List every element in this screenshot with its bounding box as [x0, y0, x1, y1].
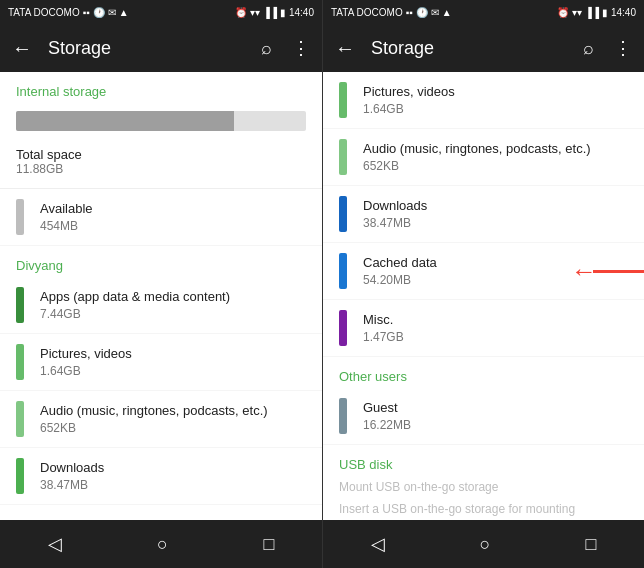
status-right-left: ⏰ ▾▾ ▐▐ ▮ 14:40	[235, 7, 314, 18]
more-icon-right[interactable]: ⋮	[606, 29, 640, 67]
home-nav-left[interactable]: ○	[133, 526, 192, 563]
cached-item[interactable]: Cached data 54.20MB ←	[323, 243, 644, 300]
audio-color-left	[16, 401, 24, 437]
pictures-size-left: 1.64GB	[40, 364, 306, 378]
misc-info: Misc. 1.47GB	[363, 312, 628, 345]
alert-icon-r: ▲	[442, 7, 452, 18]
red-arrow-line	[593, 270, 644, 273]
more-icon-left[interactable]: ⋮	[284, 29, 318, 67]
downloads-info-left: Downloads 38.47MB	[40, 460, 306, 493]
available-info: Available 454MB	[40, 201, 306, 234]
available-size: 454MB	[40, 219, 306, 233]
back-nav-right[interactable]: ◁	[347, 525, 409, 563]
pictures-info-left: Pictures, videos 1.64GB	[40, 346, 306, 379]
alarm-icon-r: ⏰	[557, 7, 569, 18]
apps-color	[16, 287, 24, 323]
back-button-left[interactable]: ←	[4, 29, 40, 68]
available-item[interactable]: Available 454MB	[0, 189, 322, 246]
search-icon-right[interactable]: ⌕	[575, 30, 602, 67]
apps-size: 7.44GB	[40, 307, 306, 321]
alarm-icon: ⏰	[235, 7, 247, 18]
misc-size: 1.47GB	[363, 330, 628, 344]
guest-size: 16.22MB	[363, 418, 628, 432]
battery-icon-r: ▮	[602, 7, 608, 18]
guest-item[interactable]: Guest 16.22MB	[323, 388, 644, 445]
apps-info: Apps (app data & media content) 7.44GB	[40, 289, 306, 322]
total-space-label: Total space	[16, 147, 306, 162]
downloads-item-right[interactable]: Downloads 38.47MB	[323, 186, 644, 243]
status-bar-left: TATA DOCOMO ▪▪ 🕐 ✉ ▲ ⏰ ▾▾ ▐▐ ▮ 14:40	[0, 0, 322, 24]
toolbar-right: ← Storage ⌕ ⋮	[323, 24, 644, 72]
misc-color	[339, 310, 347, 346]
signal-icon-r: ▐▐	[585, 7, 599, 18]
pictures-color-left	[16, 344, 24, 380]
downloads-size-right: 38.47MB	[363, 216, 628, 230]
downloads-label-left: Downloads	[40, 460, 306, 477]
status-bar-right: TATA DOCOMO ▪▪ 🕐 ✉ ▲ ⏰ ▾▾ ▐▐ ▮ 14:40	[323, 0, 644, 24]
usb-mount-text-1: Mount USB on-the-go storage	[323, 476, 644, 498]
downloads-label-right: Downloads	[363, 198, 628, 215]
misc-item[interactable]: Misc. 1.47GB	[323, 300, 644, 357]
bottom-nav-right: ◁ ○ □	[323, 520, 644, 568]
content-right: Pictures, videos 1.64GB Audio (music, ri…	[323, 72, 644, 520]
pictures-size-right: 1.64GB	[363, 102, 628, 116]
toolbar-icons-left: ⌕ ⋮	[253, 29, 318, 67]
msg-icon: ✉	[108, 7, 116, 18]
apps-item[interactable]: Apps (app data & media content) 7.44GB	[0, 277, 322, 334]
back-nav-left[interactable]: ◁	[24, 525, 86, 563]
downloads-info-right: Downloads 38.47MB	[363, 198, 628, 231]
audio-info-left: Audio (music, ringtones, podcasts, etc.)…	[40, 403, 306, 436]
cached-color	[339, 253, 347, 289]
pictures-item-left[interactable]: Pictures, videos 1.64GB	[0, 334, 322, 391]
wifi-icon-r: ▾▾	[572, 7, 582, 18]
usb-mount-text-2: Insert a USB on-the-go storage for mount…	[323, 498, 644, 520]
content-left: Internal storage Total space 11.88GB Ava…	[0, 72, 322, 520]
audio-label-left: Audio (music, ringtones, podcasts, etc.)	[40, 403, 306, 420]
sim-icon-r: ▪▪	[406, 7, 413, 18]
available-label: Available	[40, 201, 306, 218]
alert-icon: ▲	[119, 7, 129, 18]
audio-size-left: 652KB	[40, 421, 306, 435]
pictures-label-left: Pictures, videos	[40, 346, 306, 363]
time-left: 14:40	[289, 7, 314, 18]
wifi-icon: ▾▾	[250, 7, 260, 18]
downloads-item-left[interactable]: Downloads 38.47MB	[0, 448, 322, 505]
pictures-item-right[interactable]: Pictures, videos 1.64GB	[323, 72, 644, 129]
storage-bar-used	[16, 111, 234, 131]
recent-nav-right[interactable]: □	[562, 526, 621, 563]
audio-item-right[interactable]: Audio (music, ringtones, podcasts, etc.)…	[323, 129, 644, 186]
toolbar-icons-right: ⌕ ⋮	[575, 29, 640, 67]
status-left-right: TATA DOCOMO ▪▪ 🕐 ✉ ▲	[331, 7, 452, 18]
available-color	[16, 199, 24, 235]
pictures-label-right: Pictures, videos	[363, 84, 628, 101]
other-users-header: Other users	[323, 357, 644, 388]
toolbar-left: ← Storage ⌕ ⋮	[0, 24, 322, 72]
downloads-color-left	[16, 458, 24, 494]
carrier-right: TATA DOCOMO	[331, 7, 403, 18]
home-nav-right[interactable]: ○	[456, 526, 515, 563]
toolbar-title-right: Storage	[371, 38, 571, 59]
divyang-header: Divyang	[0, 246, 322, 277]
guest-color	[339, 398, 347, 434]
recent-nav-left[interactable]: □	[239, 526, 298, 563]
search-icon-left[interactable]: ⌕	[253, 30, 280, 67]
total-space-value: 11.88GB	[16, 162, 306, 176]
msg-icon-r: ✉	[431, 7, 439, 18]
clock-icon: 🕐	[93, 7, 105, 18]
bottom-nav-left: ◁ ○ □	[0, 520, 322, 568]
audio-size-right: 652KB	[363, 159, 628, 173]
time-right: 14:40	[611, 7, 636, 18]
right-panel: TATA DOCOMO ▪▪ 🕐 ✉ ▲ ⏰ ▾▾ ▐▐ ▮ 14:40 ← S…	[322, 0, 644, 568]
battery-icon: ▮	[280, 7, 286, 18]
back-button-right[interactable]: ←	[327, 29, 363, 68]
downloads-size-left: 38.47MB	[40, 478, 306, 492]
audio-item-left[interactable]: Audio (music, ringtones, podcasts, etc.)…	[0, 391, 322, 448]
usb-disk-header: USB disk	[323, 445, 644, 476]
pictures-color-right	[339, 82, 347, 118]
carrier-left: TATA DOCOMO	[8, 7, 80, 18]
guest-info: Guest 16.22MB	[363, 400, 628, 433]
arrow-container: ←	[571, 258, 644, 284]
audio-label-right: Audio (music, ringtones, podcasts, etc.)	[363, 141, 628, 158]
audio-info-right: Audio (music, ringtones, podcasts, etc.)…	[363, 141, 628, 174]
toolbar-title-left: Storage	[48, 38, 249, 59]
